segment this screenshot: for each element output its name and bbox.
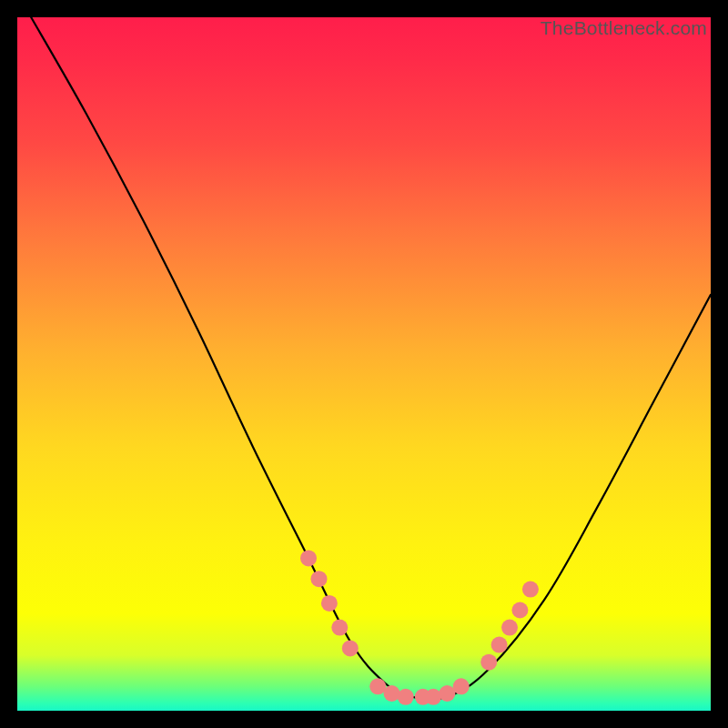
- curve-marker: [480, 654, 497, 671]
- curve-marker: [425, 689, 441, 705]
- curve-markers: [300, 550, 539, 704]
- curve-marker: [300, 550, 317, 566]
- curve-marker: [369, 678, 386, 694]
- curve-marker: [398, 689, 414, 705]
- chart-frame: TheBottleneck.com: [17, 17, 711, 711]
- curve-marker: [511, 602, 528, 619]
- curve-marker: [384, 685, 400, 702]
- curve-marker: [522, 581, 539, 598]
- curve-marker: [331, 620, 348, 636]
- curve-marker: [311, 571, 328, 587]
- chart-svg: [17, 17, 711, 711]
- curve-marker: [342, 640, 359, 656]
- curve-marker: [501, 620, 518, 636]
- bottleneck-curve: [31, 17, 711, 700]
- curve-marker: [491, 637, 508, 653]
- curve-marker: [321, 595, 338, 612]
- watermark: TheBottleneck.com: [541, 17, 707, 39]
- curve-marker: [453, 678, 470, 694]
- curve-marker: [439, 685, 455, 702]
